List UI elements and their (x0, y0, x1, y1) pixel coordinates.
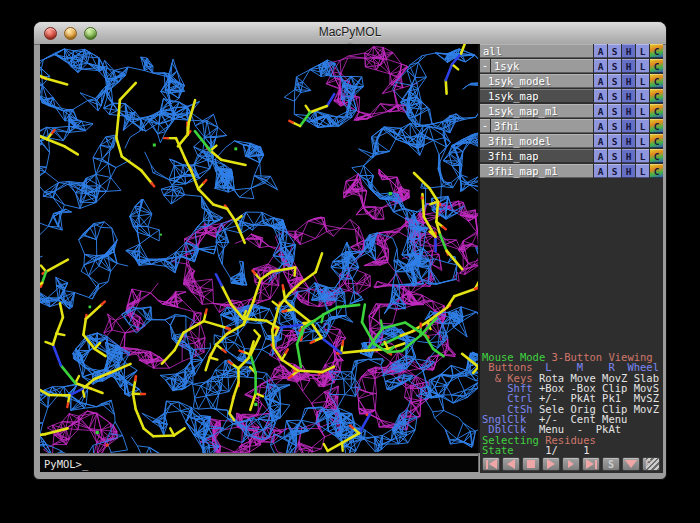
show-menu-button[interactable]: S (608, 44, 621, 58)
s-button[interactable]: S (602, 457, 620, 471)
zoom-button[interactable] (84, 27, 97, 40)
titlebar[interactable]: MacPyMOL (34, 22, 666, 45)
hide-menu-button[interactable]: H (622, 44, 635, 58)
object-row-1syk_map_m1: 1syk_map_m1ASHLC (480, 104, 663, 118)
hide-menu-button[interactable]: H (622, 59, 635, 73)
menu-button[interactable] (622, 457, 640, 471)
object-row-1syk_model: 1syk_modelASHLC (480, 74, 663, 88)
object-name[interactable]: 3fhi (491, 119, 593, 133)
object-row-3fhi: -3fhiASHLC (480, 119, 663, 133)
object-row-3fhi_model: 3fhi_modelASHLC (480, 134, 663, 148)
object-name[interactable]: 1syk_model (480, 74, 593, 88)
color-menu-button[interactable]: C (650, 104, 663, 118)
hide-menu-button[interactable]: H (622, 164, 635, 178)
color-menu-button[interactable]: C (650, 44, 663, 58)
color-menu-button[interactable]: C (650, 59, 663, 73)
action-menu-button[interactable]: A (594, 104, 607, 118)
label-menu-button[interactable]: L (636, 134, 649, 148)
go-to-end-button[interactable] (582, 457, 600, 471)
object-row-1syk_map: 1syk_mapASHLC (480, 89, 663, 103)
object-name[interactable]: 3fhi_map_m1 (480, 164, 593, 178)
label-menu-button[interactable]: L (636, 74, 649, 88)
expand-toggle[interactable]: - (480, 59, 490, 73)
show-menu-button[interactable]: S (608, 164, 621, 178)
object-name[interactable]: 1syk (491, 59, 593, 73)
action-menu-button[interactable]: A (594, 149, 607, 163)
show-menu-button[interactable]: S (608, 104, 621, 118)
show-menu-button[interactable]: S (608, 119, 621, 133)
color-menu-button[interactable]: C (650, 149, 663, 163)
mouse-mode-panel: Mouse Mode 3-Button Viewing Buttons L M … (482, 352, 659, 455)
hide-menu-button[interactable]: H (622, 74, 635, 88)
fullscreen-grip[interactable]: F (642, 457, 660, 471)
action-menu-button[interactable]: A (594, 164, 607, 178)
action-menu-button[interactable]: A (594, 134, 607, 148)
hide-menu-button[interactable]: H (622, 134, 635, 148)
label-menu-button[interactable]: L (636, 89, 649, 103)
object-name[interactable]: 1syk_map_m1 (480, 104, 593, 118)
close-button[interactable] (44, 27, 57, 40)
color-menu-button[interactable]: C (650, 74, 663, 88)
label-menu-button[interactable]: L (636, 59, 649, 73)
show-menu-button[interactable]: S (608, 89, 621, 103)
color-menu-button[interactable]: C (650, 164, 663, 178)
hide-menu-button[interactable]: H (622, 119, 635, 133)
action-menu-button[interactable]: A (594, 59, 607, 73)
label-menu-button[interactable]: L (636, 119, 649, 133)
action-menu-button[interactable]: A (594, 119, 607, 133)
object-list: allASHLC-1sykASHLC1syk_modelASHLC1syk_ma… (480, 44, 663, 179)
hide-menu-button[interactable]: H (622, 89, 635, 103)
label-menu-button[interactable]: L (636, 149, 649, 163)
command-cursor: _ (82, 458, 88, 470)
step-back-button[interactable] (502, 457, 520, 471)
label-menu-button[interactable]: L (636, 44, 649, 58)
label-menu-button[interactable]: L (636, 164, 649, 178)
stop-button[interactable] (522, 457, 540, 471)
color-menu-button[interactable]: C (650, 134, 663, 148)
object-row-all: allASHLC (480, 44, 663, 58)
color-menu-button[interactable]: C (650, 89, 663, 103)
viewport-3d[interactable] (40, 44, 478, 453)
object-name[interactable]: all (480, 44, 593, 58)
show-menu-button[interactable]: S (608, 59, 621, 73)
window-title: MacPyMOL (34, 22, 666, 44)
show-menu-button[interactable]: S (608, 149, 621, 163)
show-menu-button[interactable]: S (608, 134, 621, 148)
expand-toggle[interactable]: - (480, 119, 490, 133)
action-menu-button[interactable]: A (594, 89, 607, 103)
object-name[interactable]: 1syk_map (480, 89, 593, 103)
object-row-3fhi_map: 3fhi_mapASHLC (480, 149, 663, 163)
play-button[interactable] (542, 457, 560, 471)
desktop: MacPyMOL PyMOL>_ allASHLC-1sykASHLC1syk_… (0, 0, 700, 523)
vcr-bar: SF (482, 457, 660, 471)
app-window: MacPyMOL PyMOL>_ allASHLC-1sykASHLC1syk_… (33, 21, 667, 480)
traffic-lights (44, 27, 97, 40)
command-line-input[interactable]: PyMOL>_ (40, 456, 478, 472)
object-row-3fhi_map_m1: 3fhi_map_m1ASHLC (480, 164, 663, 178)
command-prompt: PyMOL> (44, 458, 82, 470)
step-forward-button[interactable] (562, 457, 580, 471)
hide-menu-button[interactable]: H (622, 149, 635, 163)
action-menu-button[interactable]: A (594, 74, 607, 88)
object-name[interactable]: 3fhi_map (480, 149, 593, 163)
action-menu-button[interactable]: A (594, 44, 607, 58)
object-name[interactable]: 3fhi_model (480, 134, 593, 148)
object-row-1syk: -1sykASHLC (480, 59, 663, 73)
go-to-start-button[interactable] (482, 457, 500, 471)
color-menu-button[interactable]: C (650, 119, 663, 133)
internal-gui-panel: allASHLC-1sykASHLC1syk_modelASHLC1syk_ma… (480, 44, 663, 473)
mouse-mode-line: State 1/ 1 (482, 445, 659, 455)
label-menu-button[interactable]: L (636, 104, 649, 118)
hide-menu-button[interactable]: H (622, 104, 635, 118)
minimize-button[interactable] (64, 27, 77, 40)
show-menu-button[interactable]: S (608, 74, 621, 88)
